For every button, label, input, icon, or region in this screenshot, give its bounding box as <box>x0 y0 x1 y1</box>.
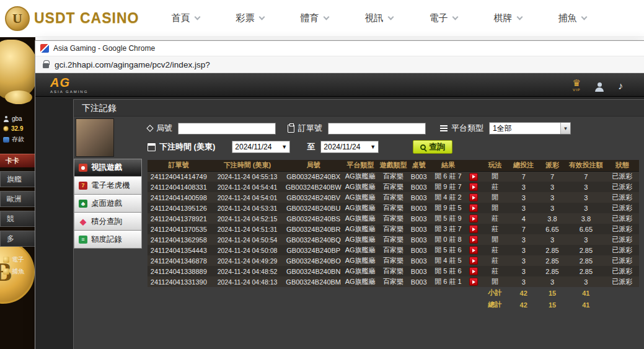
table-row: 241124041331390 2024-11-24 04:48:13 GB00… <box>148 276 639 287</box>
cell-time: 2024-11-24 04:54:01 <box>210 192 285 203</box>
play-icon <box>472 196 475 200</box>
nav-item-live[interactable]: 視訊 <box>364 12 393 24</box>
replay-button[interactable] <box>469 173 478 181</box>
vip-icon[interactable]: ♛ VIP <box>573 78 581 92</box>
slots-row[interactable]: 電子 <box>3 255 35 264</box>
replay-button[interactable] <box>469 267 478 275</box>
sidebar-item-live-games[interactable]: 視訊遊戲 <box>74 159 142 177</box>
replay-button[interactable] <box>469 225 478 233</box>
filter-row-1: 局號 訂單號 平台類型 <box>148 122 639 135</box>
deposit-row[interactable]: 存款 <box>3 135 35 144</box>
cell-game: 百家樂 <box>378 224 408 234</box>
cell-valid-bet: 3.8 <box>567 213 605 224</box>
sidebar-item-slot-machine[interactable]: 7 電子老虎機 <box>74 177 142 195</box>
round-number-input[interactable] <box>178 123 276 135</box>
replay-button[interactable] <box>469 183 478 191</box>
date-from-picker[interactable]: 2024/11/24 ▼ <box>232 141 290 153</box>
replay-button[interactable] <box>469 257 478 265</box>
nav-item-home[interactable]: 首頁 <box>171 12 200 24</box>
music-icon[interactable]: ♪ <box>618 81 623 92</box>
nav-item-slots[interactable]: 電子 <box>429 12 457 24</box>
lobby-item-europe[interactable]: 歐洲 <box>0 191 35 207</box>
cell-bet: 7 <box>509 171 538 182</box>
subtotal-valid: 41 <box>567 287 605 299</box>
table-row: 241124041400598 2024-11-24 04:54:01 GB00… <box>148 192 639 203</box>
total-valid: 41 <box>567 299 605 311</box>
promo-banner[interactable]: 卡卡 <box>0 154 35 167</box>
cell-game: 百家樂 <box>378 245 408 255</box>
col-replay <box>467 160 480 171</box>
cell-order: 241124041370535 <box>148 224 210 234</box>
cell-play: 莊 <box>480 182 509 192</box>
coin-icon <box>3 126 9 131</box>
date-to-picker[interactable]: 2024/11/24 ▼ <box>320 141 379 153</box>
bet-time-label: 下注時間 (美東) <box>159 141 215 152</box>
replay-button[interactable] <box>469 246 478 254</box>
lock-icon <box>43 63 49 68</box>
cell-replay <box>467 192 480 203</box>
lobby-label: 歐洲 <box>7 194 22 205</box>
site-left-strip: gba 32.9 存款 卡卡 旗艦 歐洲 競 多 電子 捕魚 B <box>0 37 35 349</box>
ag-topbar: AG ASIA GAMING ♛ VIP ♪ <box>35 73 644 97</box>
address-bar[interactable]: gci.2hhapi.com/agingame/pcv2/index.jsp? <box>35 56 644 73</box>
nav-item-board-games[interactable]: 棋牌 <box>493 12 522 24</box>
cell-result: 閒 5 莊 6 <box>430 245 467 255</box>
col-play: 玩法 <box>480 160 509 171</box>
order-number-input[interactable] <box>328 123 426 135</box>
cell-valid-bet: 7 <box>567 171 605 182</box>
search-button-label: 查詢 <box>429 141 445 152</box>
deposit-label: 存款 <box>12 135 24 144</box>
col-result: 結果 <box>430 160 467 171</box>
col-valid-bet: 有效投注額 <box>567 160 605 171</box>
round-number-label: 局號 <box>156 123 172 134</box>
cell-valid-bet: 2.85 <box>567 255 605 266</box>
sidebar-item-label: 桌面遊戲 <box>91 198 122 209</box>
replay-button[interactable] <box>469 236 478 244</box>
sidebar-item-table-games[interactable]: ♣ 桌面遊戲 <box>74 195 142 213</box>
cell-replay <box>467 234 480 245</box>
table-row: 241124041362958 2024-11-24 04:50:54 GB00… <box>148 234 639 245</box>
total-bet: 42 <box>509 299 538 311</box>
replay-button[interactable] <box>469 278 478 286</box>
cell-payout: 3 <box>538 234 567 245</box>
table-row: 241124041338889 2024-11-24 04:48:52 GB00… <box>148 266 639 276</box>
cell-platform: AG旗艦廳 <box>342 255 378 266</box>
filter-row-2: 下注時間 (美東) 2024/11/24 ▼ 至 2024/11/24 ▼ <box>148 140 639 154</box>
nav-item-fishing[interactable]: 捕魚 <box>558 12 586 24</box>
favicon-icon <box>40 44 49 53</box>
cell-platform: AG旗艦廳 <box>342 276 378 287</box>
sidebar-item-label: 視訊遊戲 <box>91 162 122 173</box>
window-title: Asia Gaming - Google Chrome <box>53 44 155 53</box>
cell-status: 已派彩 <box>606 213 639 224</box>
cell-status: 已派彩 <box>606 171 639 182</box>
total-row: 總計 42 15 41 <box>148 299 639 311</box>
cell-result: 閒 4 莊 2 <box>430 192 467 203</box>
platform-type-select[interactable]: 1全部 ▼ <box>489 122 571 135</box>
nav-item-lottery[interactable]: 彩票 <box>236 12 264 24</box>
replay-button[interactable] <box>469 193 478 201</box>
panel-body: 視訊遊戲 7 電子老虎機 ♣ 桌面遊戲 ◆ <box>74 117 644 349</box>
window-titlebar[interactable]: Asia Gaming - Google Chrome <box>35 41 644 56</box>
cell-game: 百家樂 <box>378 276 408 287</box>
nav-item-sports[interactable]: 體育 <box>300 12 329 24</box>
cell-replay <box>467 171 480 182</box>
cell-order: 241124041346878 <box>148 255 210 266</box>
fishing-row[interactable]: 捕魚 <box>3 267 35 276</box>
cell-time: 2024-11-24 04:54:41 <box>210 182 285 192</box>
lobby-label: 競 <box>7 214 14 224</box>
cell-play: 莊 <box>480 255 509 266</box>
replay-button[interactable] <box>469 204 478 212</box>
search-button[interactable]: 查詢 <box>413 140 452 154</box>
customer-service-icon[interactable] <box>594 82 604 92</box>
user-row: gba <box>3 115 35 122</box>
lobby-item-flagship[interactable]: 旗艦 <box>0 171 35 187</box>
lobby-item-competition[interactable]: 競 <box>0 211 35 227</box>
sidebar-item-credit-records[interactable]: ≡ 額度記錄 <box>74 231 142 249</box>
sidebar-item-points-query[interactable]: ◆ 積分查詢 <box>74 213 142 231</box>
platform-type-label: 平台類型 <box>451 123 483 134</box>
table-row: 241124041346878 2024-11-24 04:49:29 GB00… <box>148 255 639 266</box>
replay-button[interactable] <box>469 214 478 223</box>
lobby-item-multi[interactable]: 多 <box>0 231 35 247</box>
cell-replay <box>467 245 480 255</box>
cell-result: 閒 0 莊 8 <box>430 234 467 245</box>
